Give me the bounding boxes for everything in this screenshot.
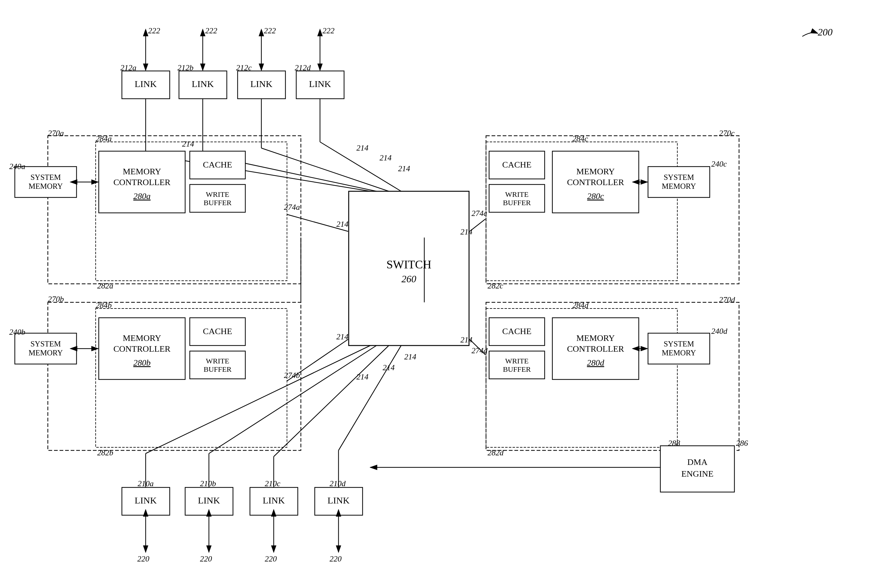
svg-text:214: 214 (356, 372, 369, 381)
svg-text:LINK: LINK (309, 79, 331, 89)
svg-text:260: 260 (402, 273, 416, 284)
svg-text:BUFFER: BUFFER (503, 365, 531, 373)
svg-rect-139 (489, 351, 544, 379)
svg-text:LINK: LINK (262, 495, 285, 506)
svg-text:270b: 270b (48, 295, 64, 304)
svg-text:214: 214 (398, 164, 410, 173)
svg-text:DMA: DMA (687, 457, 708, 467)
svg-text:212a: 212a (120, 63, 136, 72)
svg-text:CACHE: CACHE (502, 326, 532, 336)
svg-text:214: 214 (382, 363, 394, 372)
svg-text:284a: 284a (96, 134, 112, 143)
svg-text:214: 214 (182, 140, 194, 148)
svg-text:214: 214 (336, 332, 348, 341)
svg-text:MEMORY: MEMORY (662, 349, 696, 357)
svg-text:ENGINE: ENGINE (681, 469, 713, 478)
svg-text:220: 220 (330, 554, 342, 563)
svg-text:CONTROLLER: CONTROLLER (113, 344, 170, 354)
svg-text:CACHE: CACHE (502, 160, 532, 170)
svg-text:240a: 240a (9, 162, 25, 171)
svg-text:222: 222 (148, 26, 160, 35)
svg-rect-77 (190, 184, 245, 212)
svg-text:WRITE: WRITE (505, 357, 529, 365)
svg-text:210d: 210d (330, 479, 346, 488)
svg-text:CONTROLLER: CONTROLLER (567, 344, 624, 354)
svg-text:214: 214 (460, 335, 472, 344)
svg-text:282b: 282b (97, 448, 113, 457)
svg-text:LINK: LINK (135, 495, 157, 506)
svg-text:280d: 280d (587, 358, 604, 368)
svg-text:MEMORY: MEMORY (123, 166, 161, 176)
svg-text:SYSTEM: SYSTEM (30, 340, 61, 348)
svg-text:SYSTEM: SYSTEM (664, 173, 694, 182)
svg-text:212b: 212b (177, 63, 194, 72)
svg-text:274c: 274c (471, 209, 487, 218)
svg-text:222: 222 (264, 26, 276, 35)
svg-text:214: 214 (404, 352, 416, 361)
svg-text:BUFFER: BUFFER (204, 199, 232, 207)
svg-text:MEMORY: MEMORY (28, 349, 63, 357)
svg-text:WRITE: WRITE (206, 190, 229, 198)
svg-text:274d: 274d (471, 346, 488, 355)
svg-text:282c: 282c (488, 281, 503, 290)
svg-text:MEMORY: MEMORY (576, 333, 615, 343)
svg-text:CONTROLLER: CONTROLLER (567, 177, 624, 187)
svg-text:274b: 274b (284, 371, 300, 380)
svg-text:240b: 240b (9, 328, 25, 337)
svg-text:LINK: LINK (327, 495, 350, 506)
svg-text:240d: 240d (711, 327, 728, 336)
svg-text:222: 222 (205, 26, 217, 35)
svg-text:282d: 282d (488, 448, 504, 457)
svg-text:220: 220 (137, 554, 149, 563)
svg-line-33 (261, 148, 389, 191)
svg-text:LINK: LINK (250, 79, 273, 89)
svg-text:BUFFER: BUFFER (503, 199, 531, 207)
svg-text:WRITE: WRITE (505, 190, 529, 198)
svg-rect-99 (190, 351, 245, 379)
svg-text:280c: 280c (587, 191, 604, 201)
svg-text:MEMORY: MEMORY (576, 166, 615, 176)
svg-text:CONTROLLER: CONTROLLER (113, 177, 170, 187)
svg-text:270a: 270a (48, 129, 64, 138)
svg-text:214: 214 (380, 153, 392, 162)
svg-text:210c: 210c (265, 479, 280, 488)
svg-text:284b: 284b (96, 301, 112, 310)
svg-rect-117 (489, 184, 544, 212)
svg-text:222: 222 (322, 26, 334, 35)
svg-text:214: 214 (336, 220, 348, 229)
svg-text:SYSTEM: SYSTEM (664, 340, 694, 348)
svg-text:MEMORY: MEMORY (123, 333, 161, 343)
svg-text:214: 214 (460, 227, 472, 236)
diagram-container: SWITCH 260 LINK LINK LINK LINK 222 222 2… (0, 0, 885, 588)
svg-text:270c: 270c (719, 129, 735, 138)
svg-text:MEMORY: MEMORY (662, 182, 696, 190)
svg-text:WRITE: WRITE (206, 357, 229, 365)
svg-text:280a: 280a (133, 191, 151, 201)
svg-text:LINK: LINK (198, 495, 220, 506)
svg-text:SYSTEM: SYSTEM (30, 173, 61, 182)
svg-text:284c: 284c (572, 134, 588, 143)
svg-text:240c: 240c (711, 159, 727, 168)
svg-text:212c: 212c (236, 63, 252, 72)
svg-text:200: 200 (818, 27, 832, 38)
svg-line-65 (339, 345, 401, 450)
svg-text:270d: 270d (719, 295, 735, 304)
svg-text:LINK: LINK (192, 79, 214, 89)
svg-text:212d: 212d (295, 63, 311, 72)
svg-text:BUFFER: BUFFER (204, 365, 232, 373)
svg-text:CACHE: CACHE (203, 326, 232, 336)
svg-text:274a: 274a (284, 202, 300, 212)
svg-text:220: 220 (265, 554, 277, 563)
svg-text:282a: 282a (97, 281, 113, 290)
svg-text:288: 288 (668, 439, 680, 448)
svg-text:210b: 210b (200, 479, 216, 488)
svg-text:214: 214 (356, 144, 369, 152)
svg-text:284d: 284d (572, 301, 589, 310)
svg-text:LINK: LINK (135, 79, 157, 89)
svg-text:286: 286 (736, 439, 748, 448)
svg-text:220: 220 (200, 554, 212, 563)
svg-text:280b: 280b (133, 358, 151, 368)
svg-text:MEMORY: MEMORY (28, 182, 63, 190)
svg-text:CACHE: CACHE (203, 160, 232, 170)
